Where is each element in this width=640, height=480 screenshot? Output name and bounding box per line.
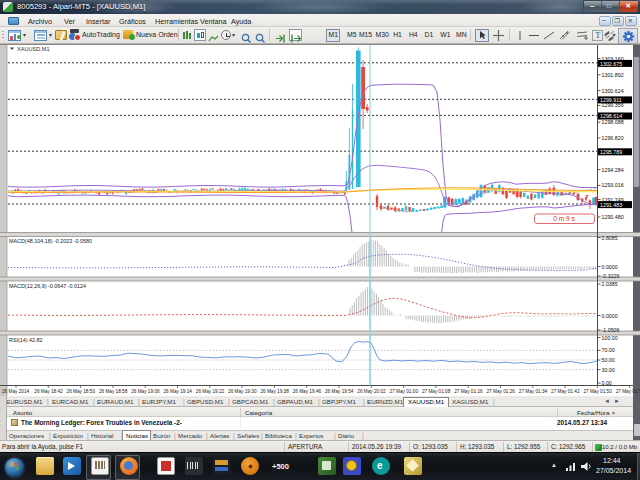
svg-text:26 May 20:02: 26 May 20:02 xyxy=(357,389,386,394)
svg-text:27 May 01:42: 27 May 01:42 xyxy=(551,389,580,394)
svg-text:26 May 19:30: 26 May 19:30 xyxy=(228,389,257,394)
svg-text:1294.284: 1294.284 xyxy=(602,167,624,173)
svg-text:RSI(14) 42.82: RSI(14) 42.82 xyxy=(9,337,43,343)
svg-text:1296.820: 1296.820 xyxy=(602,135,624,141)
svg-text:26 May 19:54: 26 May 19:54 xyxy=(325,389,354,394)
svg-text:27 May 01:08: 27 May 01:08 xyxy=(422,389,451,394)
svg-text:26 May 2014: 26 May 2014 xyxy=(2,389,29,394)
svg-text:1295.789: 1295.789 xyxy=(600,149,622,155)
svg-text:26 May 19:46: 26 May 19:46 xyxy=(293,389,322,394)
svg-text:27 May 01:50: 27 May 01:50 xyxy=(583,389,612,394)
svg-text:0.0000: 0.0000 xyxy=(602,313,618,319)
svg-text:27 May 01:26: 27 May 01:26 xyxy=(487,389,516,394)
svg-text:26 May 19:38: 26 May 19:38 xyxy=(260,389,289,394)
svg-text:27 May 01:16: 27 May 01:16 xyxy=(454,389,483,394)
svg-text:1291.483: 1291.483 xyxy=(600,202,622,208)
svg-text:1302.675: 1302.675 xyxy=(600,61,622,67)
svg-text:XAUUSD,M1: XAUUSD,M1 xyxy=(17,46,50,52)
svg-text:1301.892: 1301.892 xyxy=(602,72,624,78)
svg-text:MACD(48,104,18) -0.2023 -0.058: MACD(48,104,18) -0.2023 -0.0580 xyxy=(9,238,92,244)
svg-text:0.0000: 0.0000 xyxy=(602,264,618,270)
svg-text:-1.0506: -1.0506 xyxy=(602,327,620,333)
svg-text:26 May 19:14: 26 May 19:14 xyxy=(164,389,193,394)
svg-text:26 May 19:22: 26 May 19:22 xyxy=(196,389,225,394)
svg-text:26 May 18:42: 26 May 18:42 xyxy=(34,389,63,394)
svg-text:-0.3226: -0.3226 xyxy=(602,273,620,279)
svg-text:1299.911: 1299.911 xyxy=(600,97,622,103)
svg-text:27 May 01:58: 27 May 01:58 xyxy=(616,389,640,394)
svg-text:27 May 01:00: 27 May 01:00 xyxy=(390,389,419,394)
svg-text:1298.614: 1298.614 xyxy=(600,113,622,119)
svg-text:50.00: 50.00 xyxy=(602,357,615,363)
svg-text:2.0385: 2.0385 xyxy=(602,281,618,287)
svg-text:1293.016: 1293.016 xyxy=(602,182,624,188)
svg-text:MACD(12,26,9) -0.0647 -0.0124: MACD(12,26,9) -0.0647 -0.0124 xyxy=(9,283,86,289)
svg-text:26 May 18:58: 26 May 18:58 xyxy=(99,389,128,394)
svg-text:30.00: 30.00 xyxy=(602,367,615,373)
svg-text:27 May 01:34: 27 May 01:34 xyxy=(519,389,548,394)
svg-text:1298.088: 1298.088 xyxy=(602,119,624,125)
svg-text:26 May 19:06: 26 May 19:06 xyxy=(131,389,160,394)
svg-text:0 m 9 s: 0 m 9 s xyxy=(553,215,575,222)
svg-text:26 May 18:50: 26 May 18:50 xyxy=(67,389,96,394)
svg-text:1300.624: 1300.624 xyxy=(602,88,624,94)
svg-text:100.00: 100.00 xyxy=(602,335,618,341)
svg-text:70.00: 70.00 xyxy=(602,347,615,353)
svg-text:0.00: 0.00 xyxy=(602,380,612,386)
svg-text:1290.480: 1290.480 xyxy=(602,214,624,220)
svg-text:0.8085: 0.8085 xyxy=(602,235,618,241)
